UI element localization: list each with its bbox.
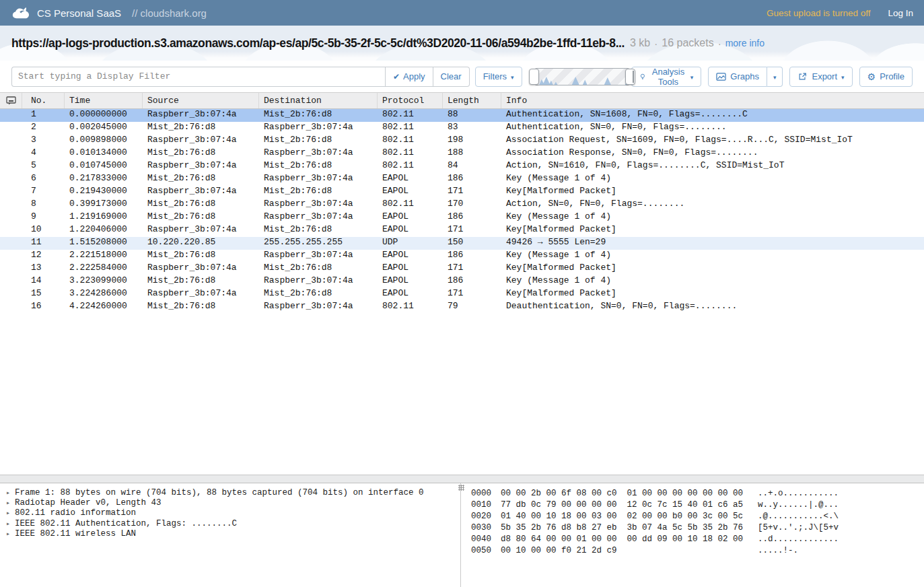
packet-row[interactable]: 30.009898000Raspberr_3b:07:4aMist_2b:76:… [0, 135, 924, 147]
packet-detail-tree: ▸Frame 1: 88 bytes on wire (704 bits), 8… [0, 483, 460, 587]
hex-bytes: 00 10 00 00 f0 21 2d c9 [501, 545, 758, 557]
column-header-time[interactable]: Time [65, 93, 143, 108]
filters-dropdown-button[interactable]: Filters ▾ [475, 67, 522, 87]
hex-line[interactable]: 000000 00 2b 00 6f 08 00 c0 01 00 00 00 … [471, 488, 924, 499]
cell-proto: 802.11 [378, 199, 443, 211]
expander-icon[interactable]: ▸ [6, 498, 15, 508]
packet-row[interactable]: 20.002045000Mist_2b:76:d8Raspberr_3b:07:… [0, 122, 924, 135]
cell-source: Raspberr_3b:07:4a [143, 135, 259, 147]
cell-time: 3.224286000 [65, 288, 143, 301]
hex-line[interactable]: 00305b 35 2b 76 d8 b8 27 eb 3b 07 4a 5c … [471, 522, 924, 534]
cell-len: 171 [443, 263, 501, 275]
cell-proto: 802.11 [378, 147, 443, 160]
export-button[interactable]: Export ▾ [789, 67, 852, 87]
hex-bytes: 00 00 2b 00 6f 08 00 c0 01 00 00 00 00 0… [501, 488, 758, 499]
cell-icon [0, 199, 22, 211]
lightbulb-icon [639, 72, 646, 81]
cell-dest: Mist_2b:76:d8 [259, 160, 378, 173]
packet-row[interactable]: 122.221518000Mist_2b:76:d8Raspberr_3b:07… [0, 250, 924, 263]
cell-time: 0.010745000 [65, 160, 143, 173]
filter-toolbar: ✔ Apply Clear Filters ▾ Analysis Tools ▾ [0, 61, 924, 92]
packet-row[interactable]: 70.219430000Raspberr_3b:07:4aMist_2b:76:… [0, 186, 924, 199]
packet-row[interactable]: 50.010745000Raspberr_3b:07:4aMist_2b:76:… [0, 160, 924, 173]
hex-line[interactable]: 005000 10 00 00 f0 21 2d c9.....!-. [471, 545, 924, 557]
login-button[interactable]: Log In [888, 8, 913, 18]
cell-len: 186 [443, 211, 501, 224]
expander-icon[interactable]: ▸ [6, 529, 15, 539]
packet-row[interactable]: 91.219169000Mist_2b:76:d8Raspberr_3b:07:… [0, 211, 924, 224]
brand-link[interactable]: CS Personal SaaS // cloudshark.org [11, 5, 207, 20]
minimap-right-handle[interactable] [625, 69, 635, 85]
tree-item[interactable]: ▸IEEE 802.11 Authentication, Flags: ....… [6, 519, 460, 529]
cell-len: 188 [443, 147, 501, 160]
column-header-source[interactable]: Source [143, 93, 259, 108]
guest-upload-notice: Guest upload is turned off [767, 8, 870, 18]
cell-icon [0, 288, 22, 301]
cell-info: Key (Message 1 of 4) [501, 250, 924, 263]
hex-line[interactable]: 0040d8 80 64 00 00 01 00 00 00 dd 09 00 … [471, 534, 924, 545]
profile-button[interactable]: ⚙ Profile [859, 67, 913, 87]
cell-proto: EAPOL [378, 288, 443, 301]
hex-line[interactable]: 001077 db 0c 79 00 00 00 00 12 0c 7c 15 … [471, 499, 924, 511]
packet-row[interactable]: 101.220406000Raspberr_3b:07:4aMist_2b:76… [0, 224, 924, 237]
packet-row[interactable]: 132.222584000Raspberr_3b:07:4aMist_2b:76… [0, 263, 924, 275]
column-header-destination[interactable]: Destination [259, 93, 378, 108]
cell-info: Deauthentication, SN=0, FN=0, Flags=....… [501, 301, 924, 314]
tree-item[interactable]: ▸Frame 1: 88 bytes on wire (704 bits), 8… [6, 488, 460, 498]
packet-row[interactable]: 10.000000000Raspberr_3b:07:4aMist_2b:76:… [0, 109, 924, 122]
vertical-splitter[interactable] [460, 483, 464, 587]
display-filter-input[interactable] [11, 67, 385, 87]
apply-filter-button[interactable]: ✔ Apply [385, 67, 433, 87]
graphs-caret-button[interactable]: ▾ [767, 67, 783, 87]
cell-icon [0, 263, 22, 275]
tree-item[interactable]: ▸802.11 radio information [6, 508, 460, 518]
more-info-link[interactable]: more info [725, 38, 765, 48]
cell-no: 1 [22, 109, 65, 122]
tree-item[interactable]: ▸Radiotap Header v0, Length 43 [6, 498, 460, 508]
hex-line[interactable]: 002001 40 00 10 18 00 03 00 02 00 00 b0 … [471, 511, 924, 522]
tree-item[interactable]: ▸IEEE 802.11 wireless LAN [6, 529, 460, 539]
hex-bytes: d8 80 64 00 00 01 00 00 00 dd 09 00 10 1… [501, 534, 758, 545]
cell-source: Mist_2b:76:d8 [143, 122, 259, 135]
cell-len: 170 [443, 199, 501, 211]
cell-no: 10 [22, 224, 65, 237]
cell-proto: EAPOL [378, 263, 443, 275]
cell-no: 11 [22, 237, 65, 250]
packet-row[interactable]: 40.010134000Mist_2b:76:d8Raspberr_3b:07:… [0, 147, 924, 160]
hex-ascii: .@...........<.\ [758, 512, 839, 521]
column-header-protocol[interactable]: Protocol [378, 93, 443, 108]
cell-proto: 802.11 [378, 122, 443, 135]
clear-filter-button[interactable]: Clear [433, 67, 470, 87]
packet-row[interactable]: 164.224260000Mist_2b:76:d8Raspberr_3b:07… [0, 301, 924, 314]
column-header-info[interactable]: Info [501, 93, 924, 108]
expander-icon[interactable]: ▸ [6, 519, 15, 529]
column-header-annotation[interactable] [0, 93, 22, 108]
gear-icon: ⚙ [867, 72, 876, 81]
cell-proto: EAPOL [378, 250, 443, 263]
tree-item-label: Frame 1: 88 bytes on wire (704 bits), 88… [15, 488, 424, 498]
minimap-left-handle[interactable] [529, 69, 539, 85]
cell-time: 0.010134000 [65, 147, 143, 160]
cell-time: 2.222584000 [65, 263, 143, 275]
packet-row[interactable]: 60.217833000Mist_2b:76:d8Raspberr_3b:07:… [0, 173, 924, 186]
cell-icon [0, 122, 22, 135]
capture-packet-count: 16 packets [662, 37, 713, 49]
expander-icon[interactable]: ▸ [6, 508, 15, 518]
column-header-length[interactable]: Length [443, 93, 501, 108]
packet-row[interactable]: 143.223099000Mist_2b:76:d8Raspberr_3b:07… [0, 275, 924, 288]
chevron-down-icon: ▾ [841, 74, 845, 81]
horizontal-splitter[interactable] [0, 475, 924, 483]
cell-len: 186 [443, 250, 501, 263]
packet-row[interactable]: 153.224286000Raspberr_3b:07:4aMist_2b:76… [0, 288, 924, 301]
cell-proto: 802.11 [378, 160, 443, 173]
analysis-tools-button[interactable]: Analysis Tools ▾ [631, 67, 701, 87]
cell-len: 83 [443, 122, 501, 135]
expander-icon[interactable]: ▸ [6, 488, 15, 498]
graphs-button[interactable]: Graphs [708, 67, 767, 87]
column-header-no[interactable]: No. [22, 93, 65, 108]
cell-icon [0, 135, 22, 147]
packet-row[interactable]: 80.399173000Mist_2b:76:d8Raspberr_3b:07:… [0, 199, 924, 211]
packet-row[interactable]: 111.51520800010.220.220.85255.255.255.25… [0, 237, 924, 250]
packet-timeline-minimap[interactable] [533, 68, 632, 85]
cell-no: 9 [22, 211, 65, 224]
